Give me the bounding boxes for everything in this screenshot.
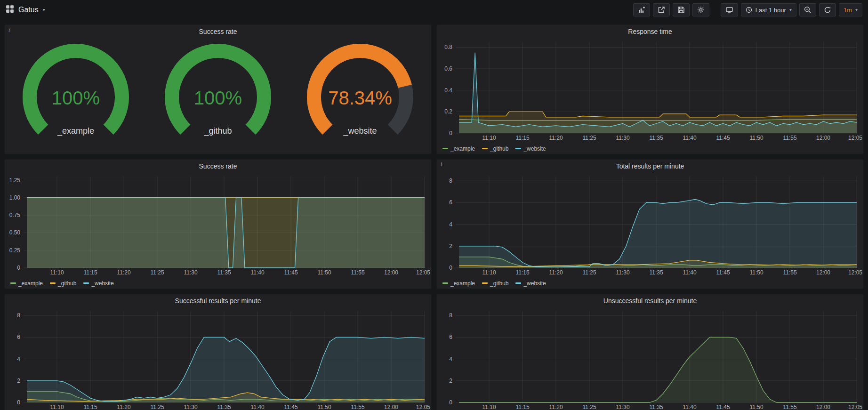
panel-title[interactable]: Success rate xyxy=(199,28,237,35)
svg-text:2: 2 xyxy=(449,243,452,249)
dashboard-grid: i Success rate 100%_example100%_github78… xyxy=(0,20,868,410)
chart-plot[interactable]: 00.20.40.60.811:1011:1511:2011:2511:3011… xyxy=(437,38,863,143)
legend-swatch xyxy=(515,148,521,149)
svg-text:11:20: 11:20 xyxy=(117,404,130,410)
panel-title[interactable]: Successful results per minute xyxy=(175,297,261,305)
gauge-series-label: _website xyxy=(343,126,377,136)
dashboard-settings-button[interactable] xyxy=(692,3,709,16)
refresh-interval-label: 1m xyxy=(844,7,852,14)
legend-swatch xyxy=(83,282,89,284)
svg-text:12:00: 12:00 xyxy=(816,269,830,276)
legend-item-_website[interactable]: _website xyxy=(515,145,546,152)
share-icon xyxy=(658,6,665,14)
svg-text:11:30: 11:30 xyxy=(616,404,629,410)
panel-info-icon[interactable]: i xyxy=(8,26,10,33)
legend-series-name: _example xyxy=(450,280,475,287)
legend-item-_example[interactable]: _example xyxy=(10,280,43,287)
svg-text:4: 4 xyxy=(449,356,452,362)
svg-text:11:20: 11:20 xyxy=(549,269,563,276)
legend-series-name: _website xyxy=(523,280,546,287)
panel-title[interactable]: Success rate xyxy=(199,162,237,170)
svg-text:11:30: 11:30 xyxy=(184,404,197,410)
save-icon xyxy=(677,6,685,14)
panel-title[interactable]: Unsuccessful results per minute xyxy=(603,297,697,305)
share-dashboard-button[interactable] xyxy=(653,3,670,16)
legend-swatch xyxy=(442,282,448,284)
chart-successful-results[interactable]: 0246811:1011:1511:2011:2511:3011:3511:40… xyxy=(5,307,431,410)
add-panel-icon xyxy=(638,6,645,14)
svg-text:11:35: 11:35 xyxy=(649,404,663,410)
svg-text:11:40: 11:40 xyxy=(683,404,696,410)
svg-text:11:25: 11:25 xyxy=(582,269,596,276)
svg-text:0.50: 0.50 xyxy=(9,229,21,236)
save-dashboard-button[interactable] xyxy=(673,3,690,16)
gauge-row: 100%_example100%_github78.34%_website xyxy=(5,38,431,154)
refresh-interval-picker[interactable]: 1m ▾ xyxy=(839,3,862,16)
dashboard-picker[interactable]: Gatus ▾ xyxy=(6,5,45,15)
dashboard-title[interactable]: Gatus xyxy=(18,6,39,14)
svg-text:12:05: 12:05 xyxy=(848,269,862,276)
cycle-view-mode-button[interactable] xyxy=(721,3,738,16)
svg-text:11:50: 11:50 xyxy=(317,269,331,276)
zoom-out-button[interactable] xyxy=(799,3,816,16)
panel-response-time: Response time 00.20.40.60.811:1011:1511:… xyxy=(436,24,864,154)
refresh-button[interactable] xyxy=(819,3,836,16)
svg-text:12:00: 12:00 xyxy=(816,404,830,410)
svg-text:11:55: 11:55 xyxy=(783,404,796,410)
legend-item-_github[interactable]: _github xyxy=(482,145,508,152)
svg-text:12:05: 12:05 xyxy=(848,404,862,410)
svg-text:11:40: 11:40 xyxy=(683,269,696,276)
legend-swatch xyxy=(482,282,488,284)
time-range-picker[interactable]: Last 1 hour ▾ xyxy=(741,3,796,16)
gauge-value: 100% xyxy=(52,88,100,108)
panel-header: i Success rate xyxy=(5,25,431,38)
chart-plot[interactable]: 0246811:1011:1511:2011:2511:3011:3511:40… xyxy=(5,307,431,410)
dashboards-grid-icon xyxy=(6,5,14,15)
panel-header: i Total results per minute xyxy=(437,160,863,173)
svg-text:12:00: 12:00 xyxy=(816,135,830,141)
svg-text:0: 0 xyxy=(449,399,452,406)
svg-text:6: 6 xyxy=(449,334,452,340)
gear-icon xyxy=(697,6,705,14)
chart-total-results[interactable]: 0246811:1011:1511:2011:2511:3011:3511:40… xyxy=(437,173,863,279)
legend-series-name: _github xyxy=(490,280,508,287)
zoom-out-icon xyxy=(804,6,812,14)
chart-success-rate[interactable]: 00.250.500.751.001.2511:1011:1511:2011:2… xyxy=(5,173,431,279)
svg-text:0.4: 0.4 xyxy=(444,87,452,94)
chart-plot[interactable]: 0246811:1011:1511:2011:2511:3011:3511:40… xyxy=(437,173,863,277)
panel-title[interactable]: Total results per minute xyxy=(616,162,684,170)
legend-item-_website[interactable]: _website xyxy=(515,280,546,287)
chart-unsuccessful-results[interactable]: 0246811:1011:1511:2011:2511:3011:3511:40… xyxy=(437,307,863,410)
legend-item-_website[interactable]: _website xyxy=(83,280,113,287)
legend-swatch xyxy=(50,282,56,284)
svg-text:11:35: 11:35 xyxy=(649,135,663,141)
svg-text:11:25: 11:25 xyxy=(582,404,596,410)
svg-text:11:10: 11:10 xyxy=(482,404,496,410)
chart-plot[interactable]: 00.250.500.751.001.2511:1011:1511:2011:2… xyxy=(5,173,431,277)
svg-text:11:45: 11:45 xyxy=(284,404,297,410)
svg-text:11:25: 11:25 xyxy=(582,135,596,141)
panel-info-icon[interactable]: i xyxy=(441,161,442,168)
add-panel-button[interactable] xyxy=(633,3,650,16)
svg-text:8: 8 xyxy=(449,312,452,319)
panel-total-results: i Total results per minute 0246811:1011:… xyxy=(436,159,864,289)
svg-text:11:55: 11:55 xyxy=(783,269,796,276)
legend-series-name: _github xyxy=(490,145,508,152)
svg-text:11:45: 11:45 xyxy=(716,404,730,410)
svg-text:11:50: 11:50 xyxy=(317,404,331,410)
legend-item-_github[interactable]: _github xyxy=(482,280,508,287)
chart-plot[interactable]: 0246811:1011:1511:2011:2511:3011:3511:40… xyxy=(437,307,863,410)
legend-series-name: _example xyxy=(18,280,43,287)
svg-text:0.75: 0.75 xyxy=(9,212,21,218)
chart-legend: _example_github_website xyxy=(437,145,863,154)
legend-item-_example[interactable]: _example xyxy=(442,280,475,287)
panel-success-rate-timeseries: Success rate 00.250.500.751.001.2511:101… xyxy=(4,159,432,289)
svg-text:1.00: 1.00 xyxy=(9,194,21,201)
svg-text:11:10: 11:10 xyxy=(482,135,496,141)
legend-item-_github[interactable]: _github xyxy=(50,280,76,287)
panel-title[interactable]: Response time xyxy=(628,28,672,35)
legend-item-_example[interactable]: _example xyxy=(442,145,475,152)
chart-response-time[interactable]: 00.20.40.60.811:1011:1511:2011:2511:3011… xyxy=(437,38,863,145)
svg-text:11:20: 11:20 xyxy=(549,135,563,141)
svg-text:11:50: 11:50 xyxy=(749,404,763,410)
